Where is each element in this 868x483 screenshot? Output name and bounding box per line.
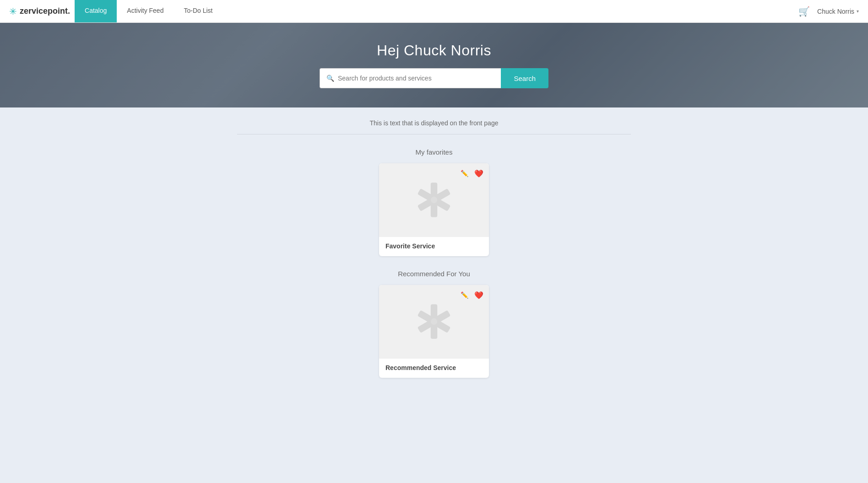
logo-icon: ✳ <box>9 6 17 17</box>
search-button[interactable]: Search <box>501 68 548 88</box>
hero-search-bar: 🔍 Search <box>320 68 548 88</box>
card-actions: ✏️ ❤️ <box>458 167 485 180</box>
search-input-wrapper: 🔍 <box>320 68 501 88</box>
favorites-title: My favorites <box>237 148 631 156</box>
logo[interactable]: ✳ zervicepoint. <box>9 6 70 17</box>
svg-point-7 <box>431 318 437 325</box>
cart-icon[interactable]: 🛒 <box>798 6 810 17</box>
search-input[interactable] <box>338 69 494 88</box>
card-title: Recommended Service <box>385 364 483 371</box>
nav-tabs: Catalog Activity Feed To-Do List <box>75 0 222 22</box>
navbar: ✳ zervicepoint. Catalog Activity Feed To… <box>0 0 868 23</box>
favorites-cards: ✏️ ❤️ <box>237 163 631 256</box>
main-content: This is text that is displayed on the fr… <box>228 107 640 419</box>
recommended-section: Recommended For You ✏️ ❤️ <box>237 270 631 378</box>
user-menu[interactable]: Chuck Norris ▾ <box>817 8 859 15</box>
hero-banner: Hej Chuck Norris 🔍 Search <box>0 23 868 107</box>
section-divider <box>237 134 631 134</box>
svg-point-3 <box>431 197 437 203</box>
card-body: Favorite Service <box>379 236 489 256</box>
edit-icon[interactable]: ✏️ <box>458 289 471 301</box>
user-name: Chuck Norris <box>817 8 854 15</box>
recommended-cards: ✏️ ❤️ <box>237 285 631 378</box>
hero-overlay <box>0 23 868 107</box>
favorite-service-card[interactable]: ✏️ ❤️ <box>379 163 489 256</box>
logo-text: zervicepoint. <box>20 6 70 16</box>
card-title: Favorite Service <box>385 242 483 250</box>
card-body: Recommended Service <box>379 358 489 378</box>
recommended-service-card[interactable]: ✏️ ❤️ <box>379 285 489 378</box>
card-image-area: ✏️ ❤️ <box>379 163 489 236</box>
edit-icon[interactable]: ✏️ <box>458 167 471 180</box>
front-page-text: This is text that is displayed on the fr… <box>237 117 631 127</box>
tab-todo-list[interactable]: To-Do List <box>174 0 222 22</box>
service-thumbnail <box>413 179 455 220</box>
heart-icon[interactable]: ❤️ <box>472 289 485 301</box>
chevron-down-icon: ▾ <box>857 9 859 14</box>
card-image-area: ✏️ ❤️ <box>379 285 489 358</box>
search-icon: 🔍 <box>326 75 334 82</box>
heart-icon[interactable]: ❤️ <box>472 167 485 180</box>
service-thumbnail <box>413 301 455 342</box>
recommended-title: Recommended For You <box>237 270 631 278</box>
card-actions: ✏️ ❤️ <box>458 289 485 301</box>
tab-activity-feed[interactable]: Activity Feed <box>117 0 174 22</box>
hero-greeting: Hej Chuck Norris <box>377 42 491 59</box>
favorites-section: My favorites ✏️ ❤️ <box>237 148 631 256</box>
nav-right: 🛒 Chuck Norris ▾ <box>798 6 859 17</box>
tab-catalog[interactable]: Catalog <box>75 0 117 22</box>
